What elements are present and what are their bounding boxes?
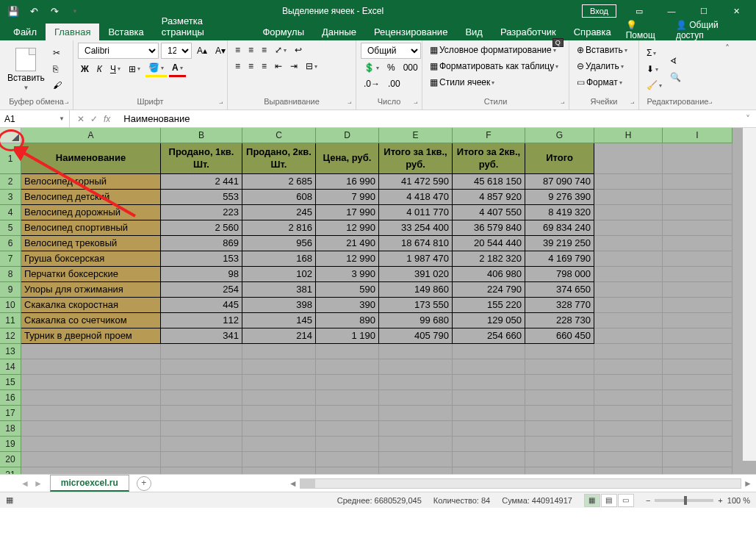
cell[interactable]: 4 169 790 — [525, 251, 594, 267]
cell[interactable]: 798 000 — [525, 267, 594, 282]
cell[interactable] — [316, 390, 379, 406]
cell[interactable] — [453, 421, 525, 437]
cell[interactable] — [379, 421, 453, 437]
cell[interactable]: 224 790 — [453, 282, 525, 298]
cell[interactable] — [316, 467, 379, 474]
cell[interactable] — [525, 375, 594, 390]
cell[interactable]: 590 — [316, 282, 379, 298]
insert-cells-button[interactable]: ⊕ Вставить▾ — [574, 43, 630, 57]
cell[interactable] — [663, 375, 732, 390]
cell[interactable] — [453, 375, 525, 390]
cell[interactable] — [663, 344, 732, 359]
cell[interactable] — [594, 421, 663, 437]
cell[interactable] — [453, 390, 525, 406]
column-header-F[interactable]: F — [453, 128, 525, 143]
orientation-icon[interactable]: ⤢▾ — [272, 43, 289, 57]
cell[interactable]: 168 — [242, 251, 316, 267]
indent-increase-icon[interactable]: ⇥ — [287, 59, 300, 73]
cell[interactable] — [242, 344, 316, 359]
cell[interactable] — [316, 437, 379, 452]
cell[interactable] — [594, 406, 663, 421]
row-header-21[interactable]: 21 — [0, 467, 21, 474]
cell[interactable]: 390 — [316, 298, 379, 313]
row-headers[interactable]: 123456789101112131415161718192021 — [0, 143, 21, 474]
cell[interactable] — [242, 375, 316, 390]
cell[interactable]: 21 490 — [316, 236, 379, 251]
cell[interactable]: 608 — [242, 190, 316, 205]
cell[interactable] — [453, 406, 525, 421]
cell[interactable]: 16 990 — [316, 174, 379, 190]
cell[interactable] — [453, 437, 525, 452]
row-header-18[interactable]: 18 — [0, 421, 21, 437]
row-header-6[interactable]: 6 — [0, 236, 21, 251]
indent-decrease-icon[interactable]: ⇤ — [272, 59, 285, 73]
cell[interactable] — [161, 467, 242, 474]
cell[interactable]: 398 — [242, 298, 316, 313]
copy-icon[interactable]: ⎘ — [50, 62, 65, 76]
cell[interactable] — [316, 359, 379, 375]
undo-icon[interactable]: ↶ — [25, 2, 43, 20]
tab-insert[interactable]: Вставка — [99, 24, 152, 40]
cell[interactable] — [453, 359, 525, 375]
cell[interactable]: 69 834 240 — [525, 220, 594, 236]
cell[interactable]: 956 — [242, 236, 316, 251]
cell[interactable]: Велосипед дорожный — [21, 205, 161, 220]
currency-icon[interactable]: 💲▾ — [361, 60, 382, 75]
cell[interactable]: 553 — [161, 190, 242, 205]
cell[interactable]: 1 987 470 — [379, 251, 453, 267]
header-cell[interactable]: Продано, 2кв. Шт. — [242, 143, 316, 174]
cell[interactable]: 87 090 740 — [525, 174, 594, 190]
cell[interactable]: 381 — [242, 282, 316, 298]
save-icon[interactable]: 💾 — [4, 2, 22, 20]
ribbon-options-icon[interactable]: ▭ — [624, 1, 655, 21]
cell[interactable]: Перчатки боксерские — [21, 267, 161, 282]
clear-icon[interactable]: 🧹▾ — [644, 78, 665, 93]
row-header-7[interactable]: 7 — [0, 251, 21, 267]
cell[interactable] — [161, 375, 242, 390]
cell[interactable] — [525, 452, 594, 467]
cell[interactable] — [21, 437, 161, 452]
cell[interactable]: 149 860 — [379, 282, 453, 298]
number-format-select[interactable]: Общий — [361, 43, 421, 59]
cell[interactable] — [21, 421, 161, 437]
cell[interactable] — [594, 467, 663, 474]
cell[interactable] — [21, 375, 161, 390]
zoom-in-icon[interactable]: + — [718, 496, 722, 505]
cell[interactable] — [525, 406, 594, 421]
cell[interactable]: 145 — [242, 313, 316, 328]
cell[interactable]: 2 816 — [242, 220, 316, 236]
cell[interactable]: 112 — [161, 313, 242, 328]
cell[interactable] — [316, 452, 379, 467]
cell[interactable]: 18 674 810 — [379, 236, 453, 251]
cell[interactable] — [525, 344, 594, 359]
comma-icon[interactable]: 000 — [400, 60, 421, 75]
row-header-10[interactable]: 10 — [0, 298, 21, 313]
align-bottom-icon[interactable]: ≡ — [259, 43, 270, 57]
cut-icon[interactable]: ✂ — [50, 46, 65, 60]
cell[interactable] — [379, 359, 453, 375]
cell[interactable] — [161, 344, 242, 359]
cell[interactable]: 341 — [161, 328, 242, 344]
cell[interactable]: 2 685 — [242, 174, 316, 190]
cell[interactable] — [594, 359, 663, 375]
font-name-select[interactable]: Calibri — [78, 43, 159, 59]
cell[interactable]: Упоры для отжимания — [21, 282, 161, 298]
cell[interactable] — [21, 467, 161, 474]
cell[interactable] — [379, 452, 453, 467]
find-select-icon[interactable]: 🔍 — [667, 70, 684, 85]
delete-cells-button[interactable]: ⊖ Удалить▾ — [574, 59, 627, 73]
fill-color-button[interactable]: 🪣▾ — [145, 60, 167, 77]
row-header-9[interactable]: 9 — [0, 282, 21, 298]
minimize-icon[interactable]: — — [656, 1, 687, 21]
cell[interactable] — [242, 359, 316, 375]
cell[interactable]: 12 990 — [316, 251, 379, 267]
merge-icon[interactable]: ⊟▾ — [303, 59, 320, 73]
cell[interactable]: 9 276 390 — [525, 190, 594, 205]
cell[interactable]: 223 — [161, 205, 242, 220]
cell[interactable] — [525, 390, 594, 406]
cell[interactable] — [161, 452, 242, 467]
cell[interactable] — [594, 375, 663, 390]
cell[interactable] — [21, 344, 161, 359]
cell[interactable]: 254 660 — [453, 328, 525, 344]
cell[interactable] — [594, 437, 663, 452]
